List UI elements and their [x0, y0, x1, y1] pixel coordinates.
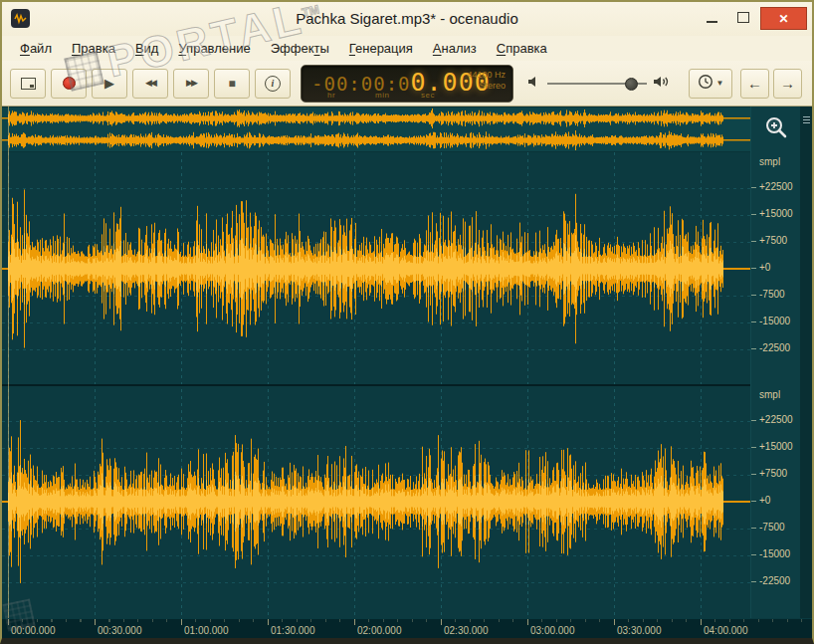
time-digits: -00:00:00.000	[311, 68, 491, 97]
channel-mode: Stereo	[467, 81, 506, 92]
ruler-label: +0	[759, 262, 770, 273]
maximize-button[interactable]	[728, 7, 758, 28]
amplitude-ruler: smpl+22500+15000+7500+0-7500-15000-22500…	[750, 107, 800, 618]
record-button[interactable]	[51, 69, 87, 99]
timeline-tick	[354, 619, 355, 625]
ruler-unit-label: smpl	[759, 389, 780, 400]
ruler-label: -15000	[759, 316, 790, 326]
forward-icon: ▶▶	[186, 79, 196, 88]
timeline-label: 00:30.000	[98, 625, 142, 636]
chevron-down-icon: ▼	[716, 79, 724, 88]
menu-item-управление[interactable]: Управление	[168, 38, 260, 59]
stop-button[interactable]: ■	[214, 69, 250, 99]
speaker-loud-icon	[653, 75, 671, 93]
volume-slider[interactable]	[547, 74, 647, 94]
waveform-column	[2, 107, 750, 618]
menu-item-эффекты[interactable]: Эффекты	[261, 38, 339, 59]
timeline-tick	[181, 619, 182, 625]
timeline-tick	[441, 619, 442, 625]
timeline-ruler[interactable]: 00:00.00000:30.00001:00.00001:30.00002:0…	[2, 618, 812, 640]
unit-hr: hr	[327, 91, 335, 100]
ruler-label: -22500	[759, 342, 790, 353]
timeline-label: 01:00.000	[184, 625, 229, 636]
ruler-label: -15000	[759, 548, 790, 559]
ruler-unit-label: smpl	[759, 156, 780, 167]
record-icon	[63, 77, 76, 90]
ruler-label: +7500	[759, 468, 787, 479]
unit-sec: sec	[421, 91, 435, 100]
overview-waveform[interactable]	[2, 107, 750, 152]
minimize-icon	[707, 21, 717, 23]
main-waveform[interactable]	[2, 152, 750, 618]
ruler-label: +0	[759, 495, 770, 506]
ruler-label: +22500	[759, 414, 793, 425]
minimize-button[interactable]	[697, 7, 726, 28]
timeline-tick	[701, 619, 702, 625]
menu-item-файл[interactable]: Файл	[10, 38, 62, 59]
unit-min: min	[375, 91, 389, 100]
timeline-tick	[268, 619, 269, 625]
ruler-label: -22500	[759, 575, 790, 586]
timeline-label: 00:00.000	[11, 625, 56, 636]
menu-item-генерация[interactable]: Генерация	[339, 38, 423, 59]
panel-grip-icon	[803, 116, 810, 128]
maximize-icon	[737, 12, 749, 23]
titlebar[interactable]: Pachka Sigaret.mp3* - ocenaudio ✕	[2, 2, 812, 36]
forward-nav-button[interactable]: →	[773, 69, 802, 99]
side-panel-strip[interactable]	[800, 107, 812, 618]
zoom-plus-icon[interactable]	[763, 114, 789, 140]
transport-buttons: ▶◀◀▶▶■i	[10, 69, 291, 99]
timeline-minor-ticks	[8, 619, 812, 622]
timeline-label: 02:30.000	[444, 625, 489, 636]
timeline-tick	[8, 619, 9, 625]
ruler-label: -7500	[759, 289, 785, 300]
timeline-label: 01:30.000	[271, 625, 315, 636]
menu-item-вид[interactable]: Вид	[125, 38, 169, 59]
ruler-label: +15000	[759, 441, 793, 452]
toolbar: ▶◀◀▶▶■i -00:00:00.000 hr min sec 44100 H…	[2, 61, 812, 107]
time-format-button[interactable]: ▼	[689, 69, 732, 99]
ruler-label: +22500	[759, 181, 793, 192]
info-icon: i	[265, 76, 281, 92]
info-button[interactable]: i	[255, 69, 291, 99]
play-icon: ▶	[104, 77, 114, 90]
time-dim: -00:00:0	[311, 73, 411, 95]
window-controls: ✕	[697, 7, 807, 30]
ruler-label: +7500	[759, 235, 787, 246]
clock-icon	[698, 74, 713, 94]
forward-button[interactable]: ▶▶	[173, 69, 209, 99]
timeline-tick	[95, 619, 96, 625]
speaker-low-icon	[527, 75, 541, 93]
time-display[interactable]: -00:00:00.000 hr min sec 44100 Hz Stereo	[301, 65, 513, 103]
ruler-label: +15000	[759, 208, 793, 219]
menu-item-справка[interactable]: Справка	[487, 38, 557, 59]
rewind-icon: ◀◀	[145, 79, 155, 88]
rewind-button[interactable]: ◀◀	[132, 69, 168, 99]
sample-rate: 44100 Hz	[467, 70, 506, 81]
window-title: Pachka Sigaret.mp3* - ocenaudio	[2, 2, 812, 36]
ruler-label: -7500	[759, 522, 785, 533]
editor-area: smpl+22500+15000+7500+0-7500-15000-22500…	[2, 107, 812, 618]
close-button[interactable]: ✕	[760, 7, 807, 30]
slider-knob[interactable]	[625, 78, 638, 91]
stop-icon: ■	[228, 78, 235, 90]
menu-bar: ФайлПравкаВидУправлениеЭффектыГенерацияА…	[2, 36, 812, 61]
timeline-label: 02:00.000	[357, 625, 402, 636]
timeline-label: 03:30.000	[617, 625, 662, 636]
timeline-tick	[527, 619, 528, 625]
menu-item-анализ[interactable]: Анализ	[423, 38, 487, 59]
monitor-button[interactable]	[10, 69, 46, 99]
format-info: 44100 Hz Stereo	[467, 70, 506, 92]
back-button[interactable]: ←	[740, 69, 769, 99]
timeline-tick	[614, 619, 615, 625]
menu-item-правка[interactable]: Правка	[62, 38, 125, 59]
timeline-label: 04:00.000	[704, 625, 748, 636]
timeline-label: 03:00.000	[530, 625, 575, 636]
volume-group	[527, 74, 671, 94]
play-button[interactable]: ▶	[92, 69, 127, 99]
history-nav: ← →	[740, 69, 802, 99]
app-window: Pachka Sigaret.mp3* - ocenaudio ✕ ФайлПр…	[0, 0, 814, 644]
view-icon	[21, 78, 36, 90]
